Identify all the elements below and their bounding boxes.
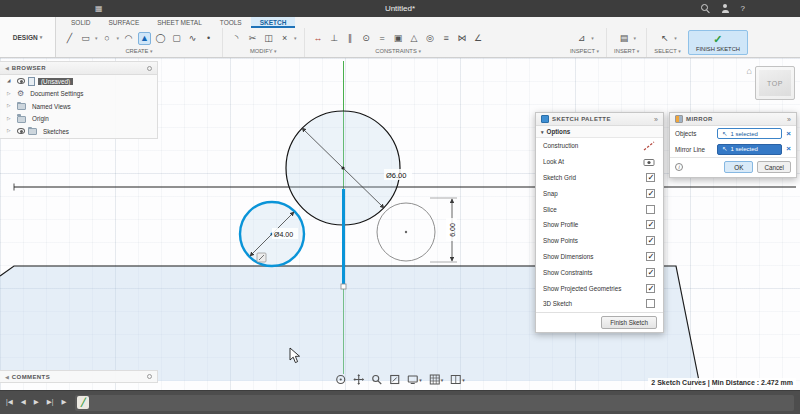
panel-dot-icon[interactable] xyxy=(147,66,152,71)
arc-tool-icon[interactable]: ◠ xyxy=(122,32,135,45)
tangent-constraint-icon[interactable]: ⊙ xyxy=(360,32,373,45)
collapsed-caret-icon[interactable]: ▷ xyxy=(7,104,14,109)
show-profile-checkbox[interactable] xyxy=(646,220,655,229)
collinear-constraint-icon[interactable]: ≡ xyxy=(440,32,453,45)
collapsed-caret-icon[interactable]: ▷ xyxy=(7,92,14,97)
pan-icon[interactable] xyxy=(353,374,364,385)
circle-tool-icon[interactable]: ○ xyxy=(101,32,114,45)
look-at-button-icon[interactable] xyxy=(643,153,655,171)
snap-checkbox[interactable] xyxy=(646,189,655,198)
equal-constraint-icon[interactable]: = xyxy=(376,32,389,45)
select-menu[interactable]: SELECT ▾ xyxy=(654,47,681,57)
workspace-switcher[interactable]: DESIGN ▾ xyxy=(0,17,56,57)
three-d-sketch-checkbox[interactable] xyxy=(646,299,655,308)
fit-icon[interactable] xyxy=(389,374,400,385)
browser-item-sketches[interactable]: ▷ Sketches xyxy=(0,125,157,138)
finish-sketch-palette-button[interactable]: Finish Sketch xyxy=(601,316,657,329)
measure-tool-icon[interactable]: ⊿ xyxy=(575,32,588,45)
browser-item-unsaved[interactable]: ◢ (Unsaved) xyxy=(0,75,157,88)
fillet-tool-icon[interactable]: ◝ xyxy=(230,32,243,45)
clear-objects-icon[interactable]: × xyxy=(786,130,791,138)
display-settings-icon[interactable]: ▾ xyxy=(407,374,422,385)
timeline-step-forward-button[interactable]: ▶ xyxy=(34,399,39,406)
tab-solid[interactable]: SOLID xyxy=(62,17,100,28)
insert-menu[interactable]: INSERT ▾ xyxy=(614,47,639,57)
collapsed-caret-icon[interactable]: ▷ xyxy=(7,117,14,122)
timeline-skip-end-button[interactable]: ▶| xyxy=(47,399,54,406)
dock-panel-icon[interactable]: » xyxy=(654,116,658,123)
info-icon[interactable]: i xyxy=(675,163,683,171)
search-icon[interactable] xyxy=(701,4,710,13)
offset-tool-icon[interactable]: ◫ xyxy=(262,32,275,45)
chevron-down-icon[interactable]: ▾ xyxy=(117,36,120,41)
dock-panel-icon[interactable]: » xyxy=(787,116,791,123)
origin-point[interactable] xyxy=(341,284,346,289)
grid-settings-icon[interactable]: ▾ xyxy=(429,374,444,385)
timeline-sketch-feature[interactable]: ╱ xyxy=(77,396,89,409)
big-circle-dimension-label[interactable]: Ø6.00 xyxy=(386,171,406,180)
chevron-down-icon[interactable]: ▾ xyxy=(591,36,594,41)
show-constraints-checkbox[interactable] xyxy=(646,268,655,277)
chevron-down-icon[interactable]: ▾ xyxy=(674,36,677,41)
midpoint-constraint-icon[interactable]: △ xyxy=(408,32,421,45)
fix-constraint-icon[interactable]: ▣ xyxy=(392,32,405,45)
insert-tool-icon[interactable]: ▤ xyxy=(617,32,630,45)
chevron-down-icon[interactable]: ▾ xyxy=(633,36,636,41)
symmetry-constraint-icon[interactable]: ⋈ xyxy=(456,32,469,45)
show-points-checkbox[interactable] xyxy=(646,236,655,245)
slice-checkbox[interactable] xyxy=(646,205,655,214)
slot-tool-icon[interactable]: ▢ xyxy=(170,32,183,45)
data-panel-icon[interactable]: ▦ xyxy=(95,5,103,13)
modify-menu[interactable]: MODIFY ▾ xyxy=(230,47,297,57)
help-icon[interactable]: ? xyxy=(741,4,745,13)
point-tool-icon[interactable]: • xyxy=(202,32,215,45)
vertical-dimension-label[interactable]: 6.00 xyxy=(449,223,456,237)
chevron-down-icon[interactable]: ▾ xyxy=(95,36,98,41)
comments-panel[interactable]: ◀ COMMENTS xyxy=(0,370,158,383)
create-menu[interactable]: CREATE ▾ xyxy=(63,47,215,57)
visibility-eye-icon[interactable] xyxy=(17,78,25,84)
expanded-caret-icon[interactable]: ◢ xyxy=(7,79,14,84)
concentric-constraint-icon[interactable]: ◎ xyxy=(424,32,437,45)
zoom-icon[interactable] xyxy=(371,374,382,385)
parallel-constraint-icon[interactable]: ∥ xyxy=(344,32,357,45)
browser-item-document-settings[interactable]: ▷ ⚙ Document Settings xyxy=(0,88,157,101)
sketch-grid-checkbox[interactable] xyxy=(646,173,655,182)
cancel-button[interactable]: Cancel xyxy=(757,161,791,173)
browser-item-origin[interactable]: ▷ Origin xyxy=(0,113,157,126)
sketch-dimension-icon[interactable]: ↔ xyxy=(312,32,325,45)
user-icon[interactable] xyxy=(721,4,730,13)
inspect-menu[interactable]: INSPECT ▾ xyxy=(570,47,599,57)
ok-button[interactable]: OK xyxy=(724,161,753,173)
browser-header[interactable]: ◀ BROWSER xyxy=(0,62,157,75)
collapse-panel-icon[interactable]: ◀ xyxy=(5,374,9,380)
tangent-constraint-marker[interactable] xyxy=(257,253,266,262)
mirror-dialog-header[interactable]: MIRROR » xyxy=(670,113,796,126)
tab-surface[interactable]: SURFACE xyxy=(100,17,149,28)
constraints-menu[interactable]: CONSTRAINTS ▾ xyxy=(312,47,485,57)
rectangle-tool-icon[interactable]: ▭ xyxy=(79,32,92,45)
reference-circle-center-point[interactable] xyxy=(405,231,407,233)
orbit-icon[interactable] xyxy=(335,374,346,385)
perpendicular-constraint-icon[interactable]: ⊥ xyxy=(328,32,341,45)
collapsed-caret-icon[interactable]: ▷ xyxy=(7,129,14,134)
timeline-track[interactable]: ╱ xyxy=(75,395,794,411)
small-circle-dimension-label[interactable]: Ø4.00 xyxy=(274,231,293,238)
browser-item-named-views[interactable]: ▷ Named Views xyxy=(0,100,157,113)
home-icon[interactable]: ⌂ xyxy=(747,67,752,76)
break-tool-icon[interactable]: × xyxy=(278,32,291,45)
chevron-down-icon[interactable]: ▾ xyxy=(294,36,297,41)
canvas[interactable]: Ø6.00 6.00 Ø4.00 ◀ BROWSER xyxy=(0,58,800,390)
line-tool-icon[interactable]: ╱ xyxy=(63,32,76,45)
objects-selection-field[interactable]: ↖ 1 selected xyxy=(717,128,782,139)
viewports-icon[interactable]: ▾ xyxy=(450,374,465,385)
ellipse-tool-icon[interactable]: ◯ xyxy=(154,32,167,45)
mirror-line-selection-field[interactable]: ↖ 1 selected xyxy=(717,144,782,155)
angle-constraint-icon[interactable]: ∠ xyxy=(472,32,485,45)
tab-sketch[interactable]: SKETCH xyxy=(251,17,296,28)
trim-tool-icon[interactable]: ✂ xyxy=(246,32,259,45)
sketch-palette-header[interactable]: SKETCH PALETTE » xyxy=(536,113,663,126)
collapse-panel-icon[interactable]: ◀ xyxy=(5,65,9,71)
visibility-eye-icon[interactable] xyxy=(17,128,25,134)
polygon-tool-icon[interactable]: ▲ xyxy=(138,32,151,45)
